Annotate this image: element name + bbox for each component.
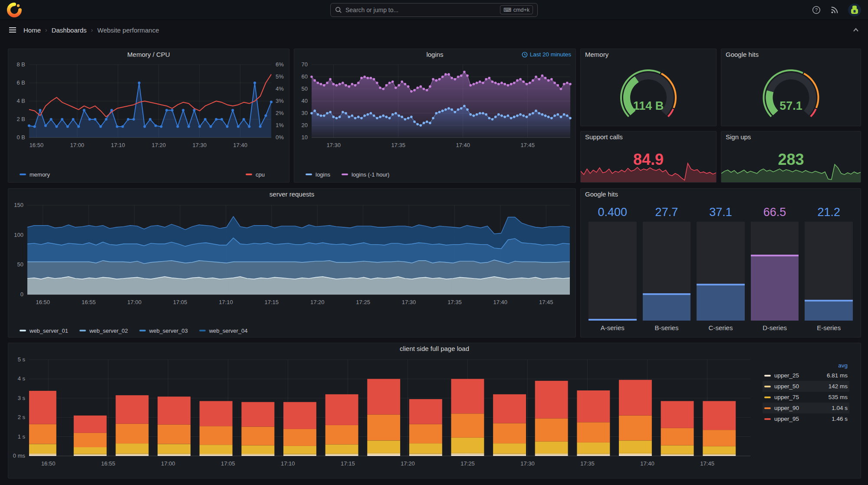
grafana-logo-icon[interactable] xyxy=(7,3,22,17)
server-requests-chart[interactable]: 05010015016:5016:5517:0017:0517:1017:151… xyxy=(8,200,575,322)
cmdk-shortcut-chip: ⌨ cmd+k xyxy=(500,5,533,14)
breadcrumb-dashboards[interactable]: Dashboards xyxy=(52,26,87,34)
breadcrumb-home[interactable]: Home xyxy=(23,26,41,34)
svg-text:2 B: 2 B xyxy=(16,116,25,122)
legend-item-upper_95[interactable]: upper_951.46 s xyxy=(763,413,849,424)
svg-text:17:20: 17:20 xyxy=(151,142,166,148)
svg-text:17:45: 17:45 xyxy=(539,299,553,305)
legend-swatch xyxy=(246,174,252,175)
bar-gauge-bar xyxy=(643,293,691,321)
svg-text:17:40: 17:40 xyxy=(640,460,654,467)
logins-chart[interactable]: 1020304050607017:3017:3517:4017:45 xyxy=(294,60,575,166)
legend-swatch xyxy=(764,397,771,398)
svg-text:1 s: 1 s xyxy=(18,433,26,440)
panel-title[interactable]: server requests xyxy=(8,189,575,200)
bar-gauge-track xyxy=(697,222,745,321)
svg-text:16:50: 16:50 xyxy=(30,142,44,148)
svg-text:8 B: 8 B xyxy=(16,61,25,68)
legend-item-web_server_04[interactable]: web_server_04 xyxy=(199,328,248,334)
bar-gauge-label: E-series xyxy=(805,321,853,334)
legend-item-web_server_01[interactable]: web_server_01 xyxy=(20,328,68,334)
menu-hamburger-icon[interactable] xyxy=(8,25,17,35)
panel-title[interactable]: Support calls xyxy=(581,131,716,143)
svg-text:0%: 0% xyxy=(276,134,284,141)
legend-item-upper_25[interactable]: upper_256.81 ms xyxy=(763,370,849,381)
svg-text:17:30: 17:30 xyxy=(402,299,416,305)
svg-text:17:15: 17:15 xyxy=(341,460,355,467)
svg-text:17:10: 17:10 xyxy=(219,299,233,305)
panel-memory-cpu: Memory / CPU 0 B2 B4 B6 B8 B16:5017:0017… xyxy=(8,49,289,183)
svg-text:100: 100 xyxy=(14,232,23,238)
bar-gauge-label: B-series xyxy=(643,321,691,334)
bar-gauge-track xyxy=(589,222,637,321)
bar-gauge-column-E-series[interactable]: 21.2E-series xyxy=(805,204,853,334)
memory-cpu-chart[interactable]: 0 B2 B4 B6 B8 B16:5017:0017:1017:2017:30… xyxy=(8,60,289,166)
legend-item-web_server_02[interactable]: web_server_02 xyxy=(79,328,128,334)
panel-title[interactable]: Memory xyxy=(581,49,716,60)
time-range-label[interactable]: Last 20 minutes xyxy=(522,51,571,58)
legend-item-web_server_03[interactable]: web_server_03 xyxy=(139,328,188,334)
chevron-up-icon[interactable] xyxy=(852,26,860,34)
legend-item-cpu[interactable]: cpu xyxy=(246,171,265,178)
svg-text:114 B: 114 B xyxy=(633,99,664,112)
svg-text:?: ? xyxy=(815,7,818,13)
panel-google-hits-gauge: Google hits 57.1 xyxy=(721,49,861,126)
legend-label: upper_25 xyxy=(774,372,827,379)
svg-text:0 ms: 0 ms xyxy=(13,452,26,459)
legend-item-logins (-1 hour)[interactable]: logins (-1 hour) xyxy=(342,171,389,178)
legend-avg-value: 1.46 s xyxy=(832,416,848,422)
legend-swatch xyxy=(306,174,312,175)
svg-text:17:35: 17:35 xyxy=(391,142,405,148)
legend-item-upper_50[interactable]: upper_50142 ms xyxy=(763,381,849,392)
legend-avg-value: 1.04 s xyxy=(832,405,848,411)
search-icon xyxy=(335,7,342,13)
svg-text:16:55: 16:55 xyxy=(101,460,115,467)
panel-title[interactable]: client side full page load xyxy=(8,343,861,354)
user-avatar[interactable] xyxy=(848,3,861,16)
svg-text:17:30: 17:30 xyxy=(192,142,207,148)
bar-gauge-value: 21.2 xyxy=(805,204,853,222)
svg-text:17:10: 17:10 xyxy=(111,142,125,148)
svg-text:17:40: 17:40 xyxy=(456,142,470,148)
bar-gauge-column-B-series[interactable]: 27.7B-series xyxy=(643,204,691,334)
svg-text:3%: 3% xyxy=(276,98,284,104)
legend-label: logins xyxy=(316,171,330,178)
legend-swatch xyxy=(764,418,771,420)
legend-label: web_server_03 xyxy=(149,328,188,334)
bar-gauge-column-C-series[interactable]: 37.1C-series xyxy=(697,204,745,334)
svg-text:60: 60 xyxy=(302,73,308,80)
legend-item-logins[interactable]: logins xyxy=(306,171,330,178)
search-input[interactable]: Search or jump to... ⌨ cmd+k xyxy=(330,3,538,17)
panel-title[interactable]: Sign ups xyxy=(721,131,861,143)
bar-gauge-column-D-series[interactable]: 66.5D-series xyxy=(751,204,799,334)
legend-item-memory[interactable]: memory xyxy=(20,171,50,178)
legend-item-upper_75[interactable]: upper_75535 ms xyxy=(763,392,849,403)
legend-item-upper_90[interactable]: upper_901.04 s xyxy=(763,403,849,413)
svg-text:20: 20 xyxy=(302,122,308,128)
panel-client-page-load: client side full page load 0 ms1 s2 s3 s… xyxy=(8,343,861,478)
sign-ups-sparkline xyxy=(721,157,861,182)
breadcrumb-separator: › xyxy=(91,26,93,33)
svg-text:16:50: 16:50 xyxy=(36,299,50,305)
svg-text:4 B: 4 B xyxy=(16,98,25,104)
svg-text:57.1: 57.1 xyxy=(779,99,802,112)
legend-label: upper_90 xyxy=(774,405,832,411)
help-icon[interactable]: ? xyxy=(812,5,821,15)
svg-text:5 s: 5 s xyxy=(18,356,26,363)
legend-avg-header[interactable]: avg xyxy=(763,360,849,370)
chart-legend: web_server_01web_server_02web_server_03w… xyxy=(8,324,575,337)
panel-title[interactable]: Google hits xyxy=(581,189,861,200)
legend-label: memory xyxy=(30,171,50,178)
panel-title[interactable]: Google hits xyxy=(721,49,861,60)
bar-gauge-column-A-series[interactable]: 0.400A-series xyxy=(589,204,637,334)
panel-title[interactable]: Memory / CPU xyxy=(8,49,289,60)
bar-gauge-value: 27.7 xyxy=(643,204,691,222)
legend-avg-value: 6.81 ms xyxy=(827,372,848,379)
news-rss-icon[interactable] xyxy=(830,5,839,15)
bar-gauge-value: 37.1 xyxy=(697,204,745,222)
legend-label: upper_95 xyxy=(774,416,832,422)
page-load-chart[interactable]: 0 ms1 s2 s3 s4 s5 s16:5016:5517:0017:051… xyxy=(8,354,860,472)
svg-text:150: 150 xyxy=(14,202,23,208)
chart-legend: loginslogins (-1 hour) xyxy=(294,168,575,181)
svg-text:2%: 2% xyxy=(276,110,284,116)
